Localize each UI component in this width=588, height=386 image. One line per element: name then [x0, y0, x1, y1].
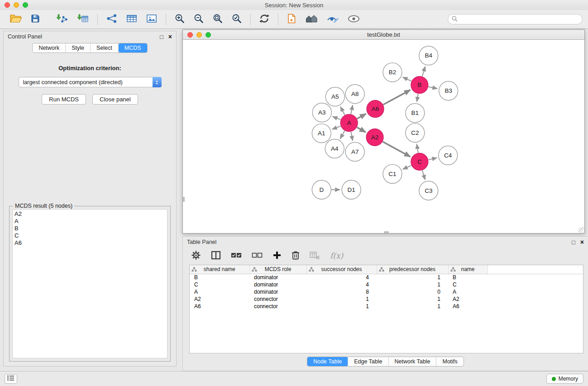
close-panel-button[interactable]: Close panel [92, 94, 138, 105]
graph-edge-A-A6[interactable] [357, 114, 366, 119]
home-view-button[interactable] [304, 13, 319, 26]
column-header-mcds-role[interactable]: MCDS role [249, 265, 306, 274]
table-row[interactable]: Bdominator41B [190, 274, 583, 281]
network-canvas[interactable]: B4B2BB3A5A8A6B1A3AC2A1A2A4A7C4CC1C3DD1 [183, 39, 584, 233]
tab-node-table[interactable]: Node Table [307, 357, 348, 366]
column-visibility-button[interactable] [211, 251, 221, 261]
graph-edge-A-A2[interactable] [357, 127, 366, 132]
task-history-button[interactable] [5, 374, 17, 384]
import-table-button[interactable] [76, 12, 90, 26]
delete-column-button[interactable] [292, 250, 300, 261]
table-row[interactable]: Adominator80A [190, 288, 583, 295]
graph-edge-C-C1[interactable] [403, 166, 411, 169]
table-row[interactable]: A6connector11A6 [190, 303, 583, 310]
graph-node-A1[interactable]: A1 [312, 124, 331, 143]
minimize-network-window-button[interactable] [196, 32, 202, 38]
zoom-selected-button[interactable] [230, 12, 243, 26]
column-header-successor-nodes[interactable]: successor nodes [306, 265, 377, 274]
graph-node-C3[interactable]: C3 [419, 181, 438, 200]
graph-node-C2[interactable]: C2 [406, 124, 425, 143]
graph-edge-B-B3[interactable] [428, 87, 437, 89]
minimize-window-button[interactable] [14, 2, 19, 8]
graph-node-C4[interactable]: C4 [439, 146, 458, 165]
add-column-button[interactable] [272, 251, 282, 261]
deselect-all-rows-button[interactable] [252, 251, 263, 261]
column-header-name[interactable]: name [448, 265, 488, 274]
graph-node-B3[interactable]: B3 [439, 81, 458, 100]
graph-node-A3[interactable]: A3 [312, 103, 331, 122]
tab-motifs[interactable]: Motifs [436, 357, 463, 366]
graph-node-A8[interactable]: A8 [345, 85, 364, 104]
graph-edge-C-C4[interactable] [428, 158, 437, 160]
refresh-view-button[interactable] [258, 12, 271, 26]
table-settings-button[interactable] [191, 250, 201, 262]
graph-edge-A-A5[interactable] [340, 107, 345, 115]
tab-edge-table[interactable]: Edge Table [348, 357, 388, 366]
mcds-result-item[interactable]: C [14, 232, 165, 239]
table-row[interactable]: A2connector11A2 [190, 295, 583, 303]
graph-edge-A-A8[interactable] [351, 105, 353, 114]
graph-node-A7[interactable]: A7 [345, 142, 364, 161]
run-mcds-button[interactable]: Run MCDS [42, 94, 86, 105]
memory-button[interactable]: Memory [546, 374, 583, 384]
open-session-button[interactable] [9, 13, 23, 26]
zoom-network-window-button[interactable] [206, 32, 211, 38]
export-image-button[interactable] [145, 12, 158, 26]
graph-edge-A-A1[interactable] [332, 126, 341, 129]
close-window-button[interactable] [5, 2, 10, 8]
graph-node-A6[interactable]: A6 [367, 100, 384, 118]
mcds-result-item[interactable]: A2 [14, 210, 165, 218]
resize-grip[interactable] [578, 227, 584, 233]
graph-edge-C-C3[interactable] [422, 170, 425, 180]
graph-edge-A-A4[interactable] [340, 131, 344, 139]
zoom-out-button[interactable] [192, 12, 205, 26]
column-header-shared-name[interactable]: shared name [190, 265, 249, 274]
mcds-result-list[interactable]: A2ABCA6 [12, 209, 167, 358]
tab-mcds[interactable]: MCDS [119, 43, 147, 52]
show-hide-button[interactable] [346, 14, 361, 25]
graph-edge-A2-C[interactable] [383, 142, 411, 157]
graph-node-A2[interactable]: A2 [366, 129, 383, 146]
graph-node-C1[interactable]: C1 [383, 164, 402, 183]
graph-node-B[interactable]: B [411, 76, 428, 94]
mcds-result-item[interactable]: A6 [14, 239, 165, 247]
float-panel-icon[interactable]: □ [160, 34, 163, 40]
graph-node-B2[interactable]: B2 [383, 63, 402, 82]
tab-network-table[interactable]: Network Table [389, 357, 437, 366]
function-builder-button[interactable]: f(x) [330, 251, 343, 260]
zoom-fit-button[interactable] [211, 12, 224, 26]
column-header-predecessor-nodes[interactable]: predecessor nodes [377, 265, 448, 274]
graph-edge-A6-B[interactable] [383, 90, 411, 105]
optimization-criterion-select[interactable]: largest connected component (directed) ▲… [19, 77, 162, 87]
network-window-titlebar[interactable]: testGlobe.txt [183, 30, 584, 39]
graph-node-A4[interactable]: A4 [325, 139, 344, 158]
zoom-in-button[interactable] [173, 12, 186, 26]
graph-edge-A-A7[interactable] [351, 132, 353, 141]
graph-node-B4[interactable]: B4 [419, 46, 438, 65]
save-session-button[interactable] [29, 13, 41, 26]
close-panel-icon[interactable]: × [168, 33, 172, 40]
graph-edge-B-B1[interactable] [417, 94, 418, 102]
graph-node-A5[interactable]: A5 [325, 87, 344, 106]
tab-select[interactable]: Select [91, 43, 119, 52]
graph-node-B1[interactable]: B1 [406, 104, 425, 123]
table-row[interactable]: Cdominator41C [190, 281, 583, 288]
mcds-result-item[interactable]: B [14, 225, 165, 232]
graph-edge-C-C2[interactable] [417, 144, 418, 152]
open-recent-session-button[interactable] [286, 12, 297, 26]
graph-node-A[interactable]: A [340, 114, 358, 132]
vertical-scrollbar-thumb[interactable] [183, 197, 185, 202]
graph-node-C[interactable]: C [411, 153, 428, 170]
network-from-selection-button[interactable] [105, 12, 119, 26]
zoom-window-button[interactable] [23, 2, 28, 8]
graph-edge-A-A3[interactable] [333, 117, 341, 120]
graph-node-D[interactable]: D [312, 180, 331, 199]
graphics-details-button[interactable] [325, 13, 340, 26]
import-network-button[interactable] [55, 12, 69, 26]
select-all-rows-button[interactable] [231, 251, 242, 261]
close-table-panel-icon[interactable]: × [580, 239, 584, 245]
mcds-result-item[interactable]: A [14, 218, 165, 225]
tab-style[interactable]: Style [66, 43, 91, 52]
graph-edge-B-B2[interactable] [403, 77, 411, 81]
float-table-panel-icon[interactable]: □ [572, 239, 575, 245]
